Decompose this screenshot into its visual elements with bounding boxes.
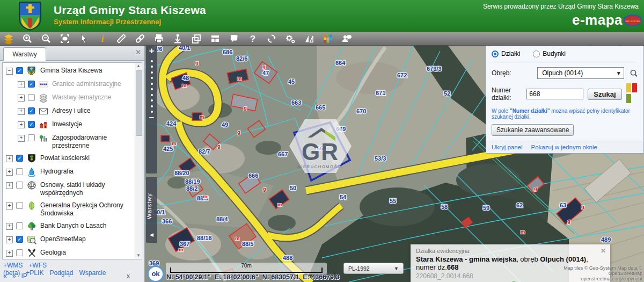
layer-item-powiat-ko-cierski: +✓Powiat kościerski bbox=[5, 154, 140, 163]
toolbar-link-icon[interactable] bbox=[135, 33, 145, 44]
toolbar-cloud-sync-icon[interactable] bbox=[266, 33, 277, 44]
toolbar-balloon-icon[interactable] bbox=[229, 33, 239, 44]
obreb-search-icon[interactable] bbox=[630, 69, 638, 78]
layer-checkbox[interactable]: ✓ bbox=[16, 67, 23, 74]
layer-checkbox[interactable]: ✓ bbox=[16, 155, 23, 162]
zoom-level-dot[interactable] bbox=[151, 105, 153, 107]
toolbar-copy-icon[interactable] bbox=[191, 33, 202, 44]
expander-icon[interactable]: + bbox=[6, 155, 13, 162]
advanced-search-button[interactable]: Szukanie zaawansowane bbox=[492, 124, 574, 136]
layer-label[interactable]: Geologia bbox=[40, 248, 66, 257]
zoom-level-dot[interactable] bbox=[151, 94, 153, 96]
scroll-down-icon[interactable]: ▼ bbox=[135, 252, 142, 259]
zoom-level-dot[interactable] bbox=[151, 83, 153, 85]
footer2-link[interactable]: IP bbox=[21, 272, 27, 280]
zoom-level-dot[interactable] bbox=[151, 88, 153, 90]
expander-icon[interactable]: + bbox=[6, 236, 13, 243]
expander-icon[interactable]: + bbox=[6, 223, 13, 230]
layer-label[interactable]: Powiat kościerski bbox=[40, 154, 90, 162]
toolbar-cursor-icon[interactable] bbox=[78, 33, 89, 44]
layer-label[interactable]: Hydrografia bbox=[40, 167, 74, 176]
layer-label[interactable]: Generalna Dyrekcja Ochrony Środowiska bbox=[40, 201, 140, 218]
radio-budynki[interactable] bbox=[533, 50, 540, 57]
layer-label[interactable]: Warstwy tematyczne bbox=[52, 93, 111, 102]
warstwy-collapse-tab[interactable]: Warstwy ◀ bbox=[146, 177, 157, 243]
layer-checkbox[interactable] bbox=[16, 182, 23, 189]
building-use-label: m bbox=[179, 247, 183, 252]
building-use-label: g bbox=[534, 185, 537, 191]
radio-dzialki[interactable] bbox=[492, 50, 499, 57]
numer-dzialki-input[interactable] bbox=[526, 89, 583, 99]
map-zoom-out-button[interactable]: − bbox=[146, 113, 157, 124]
layer-checkbox[interactable] bbox=[16, 202, 23, 209]
layer-label[interactable]: Bank Danych o Lasach bbox=[40, 221, 106, 230]
obreb-select[interactable]: Olpuch (0014) ▼ bbox=[537, 67, 624, 79]
info-box-close-icon[interactable]: ✕ bbox=[601, 247, 606, 255]
layer-label[interactable]: Inwestycje bbox=[52, 120, 82, 128]
layer-checkbox[interactable]: ✓ bbox=[16, 236, 23, 243]
layers-scrollbar[interactable]: ▲ ▼ bbox=[135, 63, 142, 259]
layer-checkbox[interactable] bbox=[16, 249, 23, 256]
layer-checkbox[interactable]: ✓ bbox=[28, 81, 35, 88]
szukaj-button[interactable]: Szukaj bbox=[588, 89, 621, 100]
expander-icon[interactable]: + bbox=[18, 135, 25, 142]
toolbar-help-icon[interactable]: ? bbox=[247, 33, 258, 44]
layer-label[interactable]: Osnowy, siatki i układy współrzędnych bbox=[40, 180, 140, 197]
single-window-link[interactable]: Pokazuj w jednym oknie bbox=[531, 144, 597, 150]
footer2-link[interactable]: « bbox=[3, 272, 7, 280]
zoom-level-dot[interactable] bbox=[151, 66, 153, 68]
footer-link-wms[interactable]: +WMS bbox=[3, 262, 23, 269]
toolbar-settings-icon[interactable] bbox=[285, 33, 296, 44]
expander-icon[interactable]: + bbox=[6, 169, 13, 176]
warstwy-vertical-label: Warstwy bbox=[146, 180, 152, 232]
expander-icon[interactable]: − bbox=[6, 68, 13, 75]
expander-icon[interactable]: + bbox=[18, 108, 25, 115]
tab-warstwy[interactable]: Warstwy bbox=[3, 47, 46, 61]
hide-panel-link[interactable]: Ukryj panel bbox=[492, 144, 523, 150]
zoom-level-dot[interactable] bbox=[151, 77, 153, 79]
toolbar-zoom-out-icon[interactable] bbox=[41, 33, 52, 44]
scroll-up-icon[interactable]: ▲ bbox=[135, 63, 142, 69]
crest-powiat-icon bbox=[27, 154, 37, 163]
toolbar-measure-icon[interactable] bbox=[116, 33, 127, 44]
layer-checkbox[interactable]: ✓ bbox=[28, 121, 35, 128]
crs-select[interactable]: PL-1992 ▼ bbox=[343, 263, 404, 274]
parcel-label-40-1: 40/1 bbox=[179, 46, 190, 51]
zoom-level-dot[interactable] bbox=[151, 99, 153, 102]
expander-icon[interactable]: + bbox=[6, 250, 13, 257]
layer-checkbox[interactable]: ✓ bbox=[28, 107, 35, 114]
toolbar-info-icon[interactable]: i bbox=[97, 33, 108, 44]
layer-checkbox[interactable] bbox=[28, 94, 35, 101]
layer-label[interactable]: Gmina Stara Kiszewa bbox=[40, 66, 102, 75]
toolbar-select-region-icon[interactable] bbox=[60, 33, 70, 44]
expander-icon[interactable]: + bbox=[18, 81, 25, 88]
expander-icon[interactable]: + bbox=[18, 95, 25, 102]
toolbar-zoom-in-icon[interactable] bbox=[22, 33, 33, 44]
toolbar-mosaic-icon[interactable] bbox=[323, 33, 333, 44]
layer-label[interactable]: Zagospodarowanie przestrzenne bbox=[52, 133, 140, 150]
layer-label[interactable]: Adresy i ulice bbox=[52, 106, 90, 115]
layer-checkbox[interactable] bbox=[16, 168, 23, 175]
toolbar-users-icon[interactable] bbox=[341, 33, 352, 44]
zoom-level-dot[interactable] bbox=[151, 60, 153, 62]
expander-icon[interactable]: + bbox=[18, 121, 25, 128]
toolbar-compare-icon[interactable] bbox=[304, 33, 314, 44]
layer-checkbox[interactable] bbox=[28, 134, 35, 141]
ok-button[interactable]: ok bbox=[147, 265, 164, 282]
expander-icon[interactable]: + bbox=[6, 203, 13, 209]
layer-label[interactable]: Granice administracyjne bbox=[52, 79, 121, 88]
toolbar-panels-icon[interactable] bbox=[210, 33, 221, 44]
layer-checkbox[interactable] bbox=[16, 222, 23, 229]
layers-panel-close-icon[interactable]: ✕ bbox=[135, 48, 141, 56]
scrollbar-thumb[interactable] bbox=[136, 70, 142, 136]
tree-icon bbox=[27, 221, 37, 231]
toolbar-marker-download-icon[interactable] bbox=[172, 33, 183, 44]
footer-x[interactable]: x bbox=[127, 272, 130, 280]
zoom-level-dot[interactable] bbox=[151, 71, 153, 74]
toolbar-print-icon[interactable] bbox=[153, 33, 164, 44]
expander-icon[interactable]: + bbox=[6, 182, 13, 189]
layer-label[interactable]: OpenStreetMap bbox=[40, 235, 86, 243]
footer2-link[interactable]: » bbox=[12, 272, 16, 280]
toolbar-layers-icon[interactable] bbox=[3, 33, 14, 44]
map-zoom-in-button[interactable]: + bbox=[146, 46, 157, 56]
